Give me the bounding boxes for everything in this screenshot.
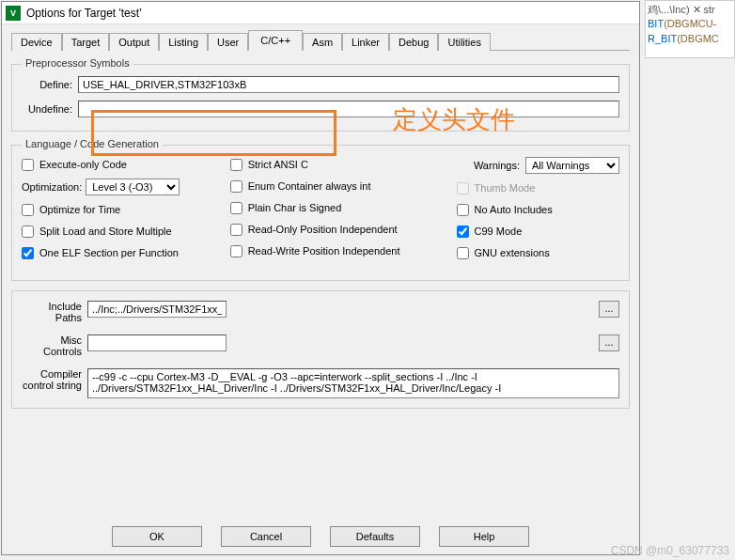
optimization-select[interactable]: Level 3 (-O3) xyxy=(86,179,180,195)
misc-controls-input[interactable] xyxy=(87,334,227,351)
warnings-select[interactable]: All Warnings xyxy=(525,157,619,174)
plain-char-check[interactable] xyxy=(230,202,242,214)
noauto-label: No Auto Includes xyxy=(475,204,553,215)
tab-output[interactable]: Output xyxy=(109,33,159,51)
gnu-label: GNU extensions xyxy=(475,247,550,258)
watermark: CSDN @m0_63077733 xyxy=(611,544,729,557)
one-elf-check[interactable] xyxy=(22,247,34,259)
noauto-check[interactable] xyxy=(457,204,469,216)
cancel-button[interactable]: Cancel xyxy=(221,526,311,547)
app-icon: V xyxy=(6,6,21,21)
tab-utilities[interactable]: Utilities xyxy=(438,33,490,51)
defaults-button[interactable]: Defaults xyxy=(330,526,420,547)
opt-time-check[interactable] xyxy=(22,204,34,216)
dialog-buttons: OK Cancel Defaults Help xyxy=(2,526,639,547)
help-button[interactable]: Help xyxy=(439,526,529,547)
preprocessor-legend: Preprocessor Symbols xyxy=(22,57,133,69)
tab-user[interactable]: User xyxy=(208,33,248,51)
background-editor-fragment: 鸡\...\Inc) ✕ str BIT(DBGMCU- R_BIT(DBGMC xyxy=(645,0,735,58)
preprocessor-group: Preprocessor Symbols Define: Undefine: xyxy=(11,64,630,132)
misc-controls-label: Misc Controls xyxy=(22,334,87,357)
opt-time-label: Optimize for Time xyxy=(39,204,120,215)
misc-controls-browse-button[interactable]: ... xyxy=(599,334,619,351)
include-paths-input[interactable] xyxy=(87,301,227,318)
tab-target[interactable]: Target xyxy=(62,33,110,51)
enum-cont-check[interactable] xyxy=(230,180,242,193)
exec-only-label: Execute-only Code xyxy=(39,159,127,170)
define-label: Define: xyxy=(22,79,78,90)
tab-debug[interactable]: Debug xyxy=(389,33,438,51)
rw-pos-check[interactable] xyxy=(230,245,242,257)
strict-ansi-check[interactable] xyxy=(230,159,242,171)
c99-check[interactable] xyxy=(457,226,469,238)
split-load-check[interactable] xyxy=(22,226,34,238)
undefine-input[interactable] xyxy=(78,101,619,117)
titlebar: V Options for Target 'test' xyxy=(2,2,639,24)
define-input[interactable] xyxy=(78,76,619,93)
strict-ansi-label: Strict ANSI C xyxy=(248,159,308,170)
split-load-label: Split Load and Store Multiple xyxy=(39,226,172,237)
include-paths-label: Include Paths xyxy=(22,301,87,323)
optimization-label: Optimization: xyxy=(22,181,82,193)
c99-label: C99 Mode xyxy=(475,226,523,237)
tab-listing[interactable]: Listing xyxy=(159,33,208,51)
exec-only-check[interactable] xyxy=(22,159,34,171)
undefine-label: Undefine: xyxy=(22,103,78,115)
tab-device[interactable]: Device xyxy=(11,33,62,51)
tab-asm[interactable]: Asm xyxy=(303,33,342,51)
language-group: Language / Code Generation Execute-only … xyxy=(11,145,630,281)
tab-linker[interactable]: Linker xyxy=(342,33,389,51)
plain-char-label: Plain Char is Signed xyxy=(248,202,342,213)
ro-pos-check[interactable] xyxy=(230,224,242,236)
rw-pos-label: Read-Write Position Independent xyxy=(248,245,400,257)
one-elf-label: One ELF Section per Function xyxy=(39,247,179,258)
options-dialog: V Options for Target 'test' Device Targe… xyxy=(1,1,640,555)
warnings-label: Warnings: xyxy=(474,160,520,171)
tab-ccpp[interactable]: C/C++ xyxy=(248,30,303,51)
enum-cont-label: Enum Container always int xyxy=(248,180,371,192)
compiler-string-display: --c99 -c --cpu Cortex-M3 -D__EVAL -g -O3… xyxy=(87,368,619,398)
ro-pos-label: Read-Only Position Independent xyxy=(248,224,398,235)
thumb-check xyxy=(457,182,469,194)
window-title: Options for Target 'test' xyxy=(26,7,141,20)
gnu-check[interactable] xyxy=(457,247,469,259)
ok-button[interactable]: OK xyxy=(112,526,202,547)
tab-strip: Device Target Output Listing User C/C++ … xyxy=(11,30,630,51)
language-legend: Language / Code Generation xyxy=(22,138,163,149)
compiler-string-label: Compiler control string xyxy=(22,368,87,398)
thumb-label: Thumb Mode xyxy=(475,182,536,194)
include-paths-browse-button[interactable]: ... xyxy=(599,301,619,318)
